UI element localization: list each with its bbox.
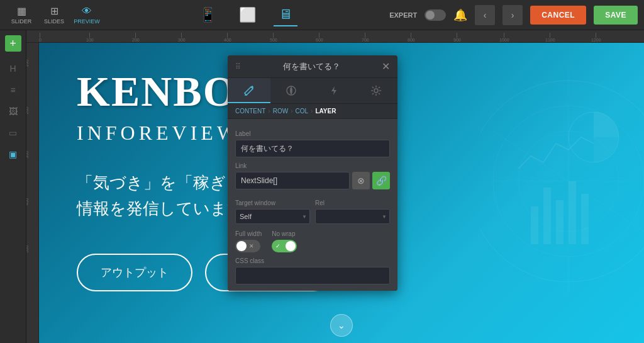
canvas-and-ruler: 100 200 300 400 500 KENBO InfoReview 「気づ…	[26, 43, 644, 343]
preview-tool[interactable]: 👁 PREVIEW	[72, 0, 102, 30]
expert-toggle[interactable]	[425, 9, 446, 21]
no-wrap-check-icon: ✓	[275, 243, 280, 249]
sidebar-list-icon[interactable]: ≡	[4, 81, 23, 99]
rel-label: Rel	[315, 200, 390, 206]
left-sidebar: + H ≡ 🖼 ▭ ▣	[0, 30, 26, 343]
slide-nav-down-button[interactable]: ⌄	[330, 314, 353, 337]
svg-rect-9	[569, 181, 576, 244]
full-width-toggle[interactable]: ✕	[235, 240, 260, 252]
theme-icon	[286, 85, 297, 96]
full-width-label: Full width	[235, 230, 262, 237]
add-element-button[interactable]: +	[5, 35, 21, 52]
top-toolbar: ▦ SLIDER ⊞ SLIDES 👁 PREVIEW 📱 ⬜ 🖥 EXPERT…	[0, 0, 644, 30]
ruler-mark-600: 600	[316, 33, 323, 42]
preview-icon: 👁	[82, 6, 92, 17]
ruler-left-mark-300: 300	[26, 151, 29, 159]
ruler-left-mark-500: 500	[26, 245, 29, 253]
sidebar-heading-icon[interactable]: H	[4, 59, 23, 78]
svg-rect-8	[556, 200, 564, 244]
panel-close-button[interactable]: ✕	[382, 60, 390, 72]
ruler-mark-1100: 1100	[545, 33, 555, 42]
sidebar-image-icon[interactable]: 🖼	[4, 102, 23, 121]
target-window-select[interactable]: Self Blank Parent	[235, 209, 310, 224]
link-input[interactable]	[235, 172, 350, 189]
ruler-left-mark-400: 400	[26, 198, 29, 206]
ruler-left-mark-200: 200	[26, 107, 29, 115]
toolbar-center: 📱 ⬜ 🖥	[194, 4, 297, 26]
label-field-label: Label	[235, 130, 390, 137]
breadcrumb-col[interactable]: COL	[295, 108, 308, 115]
ruler-left: 100 200 300 400 500	[26, 43, 39, 343]
mobile-icon[interactable]: 📱	[194, 4, 221, 26]
rel-select-wrap: nofollow ▼	[315, 209, 390, 224]
full-width-group: Full width ✕	[235, 230, 262, 252]
breadcrumb-sep-1: ›	[268, 108, 270, 115]
sidebar-shape-icon[interactable]: ▭	[4, 123, 23, 142]
target-rel-row: Target window Self Blank Parent ▼	[235, 194, 390, 224]
nav-forward-button[interactable]: ›	[502, 5, 523, 25]
full-width-x-icon: ✕	[249, 243, 254, 249]
panel-body: Label Link ⊗ 🔗 Target windo	[228, 119, 397, 291]
css-class-label: CSS class	[235, 257, 390, 264]
toggle-row: Full width ✕ No wrap ✓	[235, 230, 390, 252]
panel-tab-edit[interactable]	[228, 78, 270, 103]
panel-tabs	[228, 78, 397, 104]
ruler-mark-700: 700	[362, 33, 369, 42]
settings-icon	[370, 85, 382, 96]
no-wrap-group: No wrap ✓	[272, 230, 297, 252]
notification-icon[interactable]: 🔔	[453, 8, 467, 22]
breadcrumb-content[interactable]: CONTENT	[235, 108, 265, 115]
breadcrumb-row[interactable]: ROW	[273, 108, 288, 115]
link-clear-button[interactable]: ⊗	[352, 172, 370, 189]
breadcrumb-sep-2: ›	[291, 108, 292, 115]
slider-tool[interactable]: ▦ SLIDER	[6, 0, 36, 30]
no-wrap-toggle[interactable]: ✓	[272, 240, 297, 252]
canvas-wrapper: 0 100 200 300 400 500 600 700 800 900 10…	[26, 30, 644, 343]
slide-btn-1[interactable]: アウトプット	[77, 254, 192, 291]
main-area: + H ≡ 🖼 ▭ ▣ 0 100 200 300 400 500 600 70…	[0, 30, 644, 343]
desktop-icon[interactable]: 🖥	[274, 4, 297, 26]
nav-back-button[interactable]: ‹	[475, 5, 495, 25]
ruler-top: 0 100 200 300 400 500 600 700 800 900 10…	[26, 30, 644, 43]
ruler-mark-1200: 1200	[591, 33, 601, 42]
ruler-mark-200: 200	[132, 33, 140, 42]
link-field-label: Link	[235, 162, 390, 169]
canvas-area: KENBO InfoReview 「気づき」を「稼ぎ」に変える 情報を発信してい…	[39, 43, 644, 343]
ruler-mark-100: 100	[86, 33, 94, 42]
svg-rect-7	[543, 188, 551, 244]
panel-tab-settings[interactable]	[355, 78, 398, 103]
panel-title: 何を書いてる？	[283, 61, 340, 72]
panel-overlay: ⠿ 何を書いてる？ ✕	[228, 55, 397, 291]
lightning-icon	[328, 85, 340, 96]
ruler-left-mark-100: 100	[26, 60, 29, 67]
preview-label: PREVIEW	[74, 18, 100, 25]
panel-tab-theme[interactable]	[270, 78, 313, 103]
css-class-input[interactable]	[235, 267, 390, 284]
label-input[interactable]	[235, 140, 390, 157]
tablet-icon[interactable]: ⬜	[234, 4, 261, 26]
no-wrap-label: No wrap	[272, 230, 297, 237]
breadcrumb-sep-3: ›	[311, 108, 313, 115]
ruler-mark-1000: 1000	[499, 33, 509, 42]
panel-breadcrumb: CONTENT › ROW › COL › LAYER	[228, 104, 397, 119]
ruler-mark-800: 800	[408, 33, 415, 42]
sidebar-layer-icon[interactable]: ▣	[4, 145, 23, 164]
link-external-button[interactable]: 🔗	[372, 172, 390, 189]
ruler-mark-900: 900	[453, 33, 461, 42]
panel-drag-icon: ⠿	[235, 62, 241, 71]
ruler-mark-0: 0	[39, 33, 42, 42]
svg-rect-10	[581, 194, 589, 244]
target-window-label: Target window	[235, 200, 310, 206]
rel-select[interactable]: nofollow	[315, 209, 390, 224]
cancel-button[interactable]: CANCEL	[530, 6, 586, 25]
save-button[interactable]: SAVE	[594, 6, 638, 25]
right-decoration	[480, 55, 644, 307]
panel-tab-lightning[interactable]	[313, 78, 355, 103]
svg-rect-6	[531, 206, 538, 244]
toolbar-right: EXPERT 🔔 ‹ › CANCEL SAVE	[389, 5, 638, 25]
link-input-wrap	[235, 172, 350, 189]
ruler-mark-400: 400	[224, 33, 231, 42]
link-row: ⊗ 🔗	[235, 172, 390, 189]
slides-tool[interactable]: ⊞ SLIDES	[39, 0, 69, 30]
panel-header: ⠿ 何を書いてる？ ✕	[228, 55, 397, 78]
